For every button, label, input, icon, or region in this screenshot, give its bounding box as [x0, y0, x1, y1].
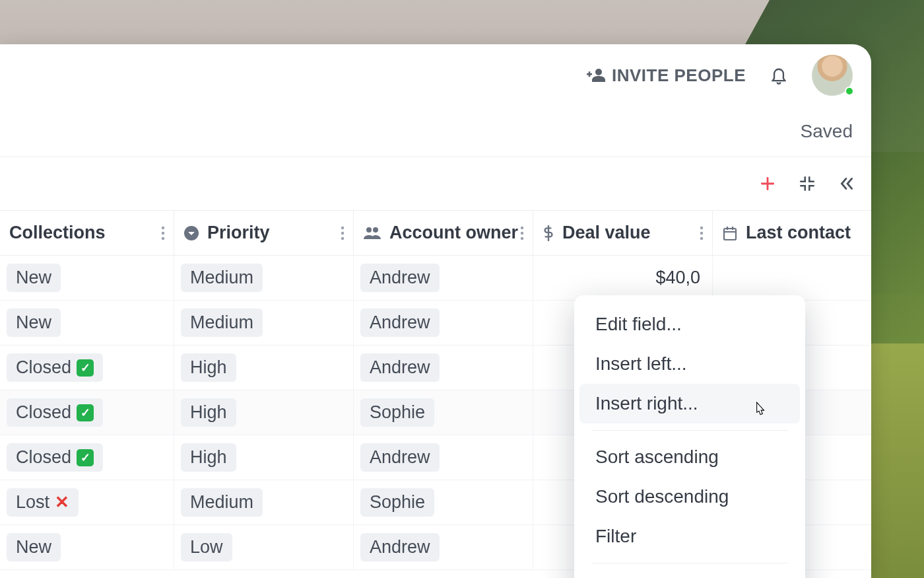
column-label: Last contact	[746, 223, 851, 243]
collection-tag: Closed✓	[7, 398, 103, 427]
svg-point-7	[341, 226, 344, 229]
svg-point-0	[595, 69, 602, 75]
menu-item-sort-descending[interactable]: Sort descending	[579, 477, 800, 517]
menu-item-filter[interactable]: Filter	[579, 517, 800, 556]
collection-text: Closed	[16, 447, 71, 468]
table-row[interactable]: NewMediumAndrew$40,0	[0, 256, 871, 301]
cell-deal-value[interactable]: $40,0	[533, 256, 713, 301]
collapse-panel-icon[interactable]	[838, 175, 855, 192]
priority-tag: Low	[181, 533, 232, 561]
priority-tag: High	[181, 353, 236, 382]
cell-account-owner[interactable]: Andrew	[354, 301, 533, 345]
column-menu-icon[interactable]	[340, 226, 345, 240]
cell-priority[interactable]: Medium	[174, 301, 354, 345]
cell-collection[interactable]: New	[0, 525, 174, 570]
table-toolbar	[0, 157, 871, 211]
cell-priority[interactable]: Medium	[174, 256, 354, 301]
svg-point-4	[162, 231, 164, 234]
collection-tag: New	[7, 308, 61, 337]
cell-account-owner[interactable]: Andrew	[354, 525, 533, 570]
menu-divider	[591, 563, 788, 563]
check-icon: ✓	[77, 404, 94, 421]
owner-tag: Andrew	[360, 533, 440, 561]
cell-collection[interactable]: Closed✓	[0, 390, 174, 435]
priority-tag: High	[181, 443, 236, 472]
cell-account-owner[interactable]: Sophie	[354, 480, 533, 525]
cell-collection[interactable]: Closed✓	[0, 435, 174, 480]
notifications-icon[interactable]	[770, 65, 788, 85]
cell-account-owner[interactable]: Sophie	[354, 390, 533, 435]
cell-account-owner[interactable]: Andrew	[354, 345, 533, 390]
calendar-icon	[722, 225, 738, 241]
cell-collection[interactable]: New	[0, 256, 174, 301]
owner-tag: Andrew	[360, 353, 440, 382]
status-bar: Saved	[0, 106, 871, 157]
cell-collection[interactable]: New	[0, 301, 174, 345]
invite-people-button[interactable]: INVITE PEOPLE	[587, 65, 746, 86]
cell-priority[interactable]: High	[174, 390, 354, 435]
svg-point-14	[521, 236, 523, 239]
cell-account-owner[interactable]: Andrew	[354, 435, 533, 480]
compact-view-icon[interactable]	[799, 175, 816, 192]
svg-point-11	[373, 227, 378, 233]
svg-point-10	[366, 227, 372, 233]
check-icon: ✓	[77, 449, 94, 466]
collection-tag: Lost✕	[7, 488, 79, 517]
column-header-account-owner[interactable]: Account owner	[354, 211, 533, 256]
pointer-cursor-icon	[752, 401, 767, 418]
column-context-menu: Edit field...Insert left...Insert right.…	[574, 295, 805, 578]
priority-tag: Medium	[181, 308, 263, 337]
cell-priority[interactable]: High	[174, 435, 354, 480]
column-header-priority[interactable]: Priority	[174, 211, 354, 256]
invite-people-label: INVITE PEOPLE	[612, 65, 746, 86]
collection-tag: Closed✓	[7, 353, 103, 382]
top-bar: INVITE PEOPLE	[0, 44, 871, 106]
svg-point-12	[521, 226, 523, 229]
cell-last-contact[interactable]	[713, 256, 871, 301]
svg-point-9	[341, 236, 344, 239]
menu-item-sort-ascending[interactable]: Sort ascending	[579, 437, 800, 477]
cell-account-owner[interactable]: Andrew	[354, 256, 533, 301]
column-header-last-contact[interactable]: Last contact	[713, 211, 871, 256]
add-column-button[interactable]	[759, 175, 776, 192]
dollar-icon	[543, 225, 554, 242]
cell-collection[interactable]: Closed✓	[0, 345, 174, 390]
menu-item-insert-left[interactable]: Insert left...	[579, 344, 800, 384]
column-header-deal-value[interactable]: Deal value	[533, 211, 713, 256]
svg-rect-18	[724, 229, 736, 240]
priority-tag: Medium	[181, 264, 263, 292]
column-label: Collections	[9, 223, 106, 243]
menu-divider	[591, 430, 788, 431]
svg-point-13	[521, 231, 523, 234]
column-header-collections[interactable]: Collections	[0, 211, 174, 256]
collection-text: Closed	[16, 357, 71, 378]
owner-tag: Sophie	[360, 488, 434, 517]
menu-item-delete[interactable]: Delete	[579, 570, 800, 578]
collection-text: New	[16, 268, 51, 288]
avatar[interactable]	[812, 55, 853, 96]
owner-tag: Andrew	[360, 264, 440, 292]
cell-collection[interactable]: Lost✕	[0, 480, 174, 525]
column-menu-icon[interactable]	[699, 226, 704, 240]
svg-point-8	[341, 231, 344, 234]
save-status-text: Saved	[801, 121, 853, 142]
check-icon: ✓	[77, 359, 94, 377]
priority-tag: High	[181, 398, 236, 427]
column-menu-icon[interactable]	[160, 226, 166, 240]
x-icon: ✕	[55, 492, 69, 513]
column-menu-icon[interactable]	[519, 226, 525, 240]
people-icon	[363, 227, 381, 240]
svg-point-15	[700, 226, 703, 229]
column-label: Deal value	[562, 223, 651, 243]
cell-priority[interactable]: Low	[174, 525, 354, 570]
svg-point-5	[162, 236, 164, 239]
menu-item-edit-field[interactable]: Edit field...	[579, 305, 800, 344]
svg-point-17	[700, 236, 703, 239]
app-window: INVITE PEOPLE Saved Coll	[0, 44, 871, 578]
collection-tag: Closed✓	[7, 443, 103, 472]
collection-text: New	[16, 312, 51, 333]
cell-priority[interactable]: High	[174, 345, 354, 390]
owner-tag: Andrew	[360, 308, 440, 337]
cell-priority[interactable]: Medium	[174, 480, 354, 525]
collection-tag: New	[7, 533, 61, 561]
